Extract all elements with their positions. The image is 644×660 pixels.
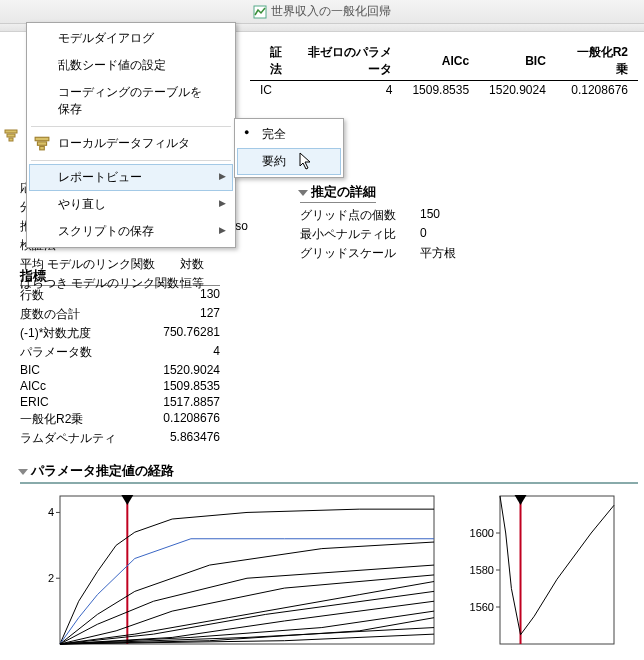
menu-random-seed[interactable]: 乱数シード値の設定 <box>29 52 233 79</box>
metrics-header: 指標 <box>20 268 46 283</box>
submenu-summary[interactable]: 要約 <box>237 148 341 175</box>
menu-save-script[interactable]: スクリプトの保存 <box>29 218 233 245</box>
menu-save-coding-table[interactable]: コーディングのテーブルを保存 <box>29 79 233 123</box>
filter-icon <box>34 135 50 151</box>
svg-rect-2 <box>7 134 15 137</box>
submenu-full[interactable]: 完全 <box>237 121 341 148</box>
menu-report-view[interactable]: レポートビュー <box>29 164 233 191</box>
filter-icon <box>4 128 18 142</box>
col-aicc: AICc <box>402 42 479 81</box>
table-row: IC 4 1509.8535 1520.9024 0.1208676 <box>250 81 638 100</box>
metrics-list: 行数130度数の合計127(-1)*対数尤度750.76281パラメータ数4BI… <box>20 286 638 448</box>
svg-text:4: 4 <box>48 506 54 518</box>
svg-marker-19 <box>515 495 527 505</box>
window-titlebar: 世界収入の一般化回帰 <box>0 0 644 24</box>
menu-local-data-filter[interactable]: ローカルデータフィルタ <box>29 130 233 157</box>
svg-rect-21 <box>37 142 46 145</box>
svg-rect-1 <box>5 130 17 133</box>
svg-text:1600: 1600 <box>470 527 494 539</box>
svg-rect-3 <box>9 138 13 141</box>
param-path-chart: 24 ータ推定値 <box>20 490 440 653</box>
svg-rect-22 <box>40 146 45 149</box>
svg-text:2: 2 <box>48 572 54 584</box>
window-title: 世界収入の一般化回帰 <box>271 3 391 20</box>
col-bic: BIC <box>479 42 556 81</box>
col-method: 証法 <box>250 42 292 81</box>
svg-marker-10 <box>121 495 133 505</box>
report-view-submenu[interactable]: 完全 要約 <box>234 118 344 178</box>
menu-separator <box>31 160 231 161</box>
menu-model-dialog[interactable]: モデルダイアログ <box>29 25 233 52</box>
menu-redo[interactable]: やり直し <box>29 191 233 218</box>
svg-text:1560: 1560 <box>470 601 494 613</box>
svg-rect-11 <box>500 496 614 644</box>
estimation-detail-panel: 推定の詳細 グリッド点の個数150最小ペナルティ比0グリッドスケール平方根 <box>300 183 638 263</box>
app-icon <box>253 5 267 19</box>
menu-separator <box>31 126 231 127</box>
svg-text:1580: 1580 <box>470 564 494 576</box>
path-title: パラメータ推定値の経路 <box>31 463 174 478</box>
kv-val: 対数 <box>180 255 270 274</box>
results-table: 証法 非ゼロのパラメータ AICc BIC 一般化R2乗 IC 4 1509.8… <box>250 42 638 99</box>
disclosure-icon[interactable] <box>298 190 308 196</box>
bic-path-chart: 156015801600 <box>460 490 620 653</box>
col-nonzero: 非ゼロのパラメータ <box>292 42 403 81</box>
estimation-detail-title: 推定の詳細 <box>311 184 376 199</box>
disclosure-icon[interactable] <box>18 469 28 475</box>
svg-rect-20 <box>35 137 49 140</box>
col-r2: 一般化R2乗 <box>556 42 638 81</box>
context-menu[interactable]: モデルダイアログ 乱数シード値の設定 コーディングのテーブルを保存 ローカルデー… <box>26 22 236 248</box>
svg-rect-4 <box>60 496 434 644</box>
